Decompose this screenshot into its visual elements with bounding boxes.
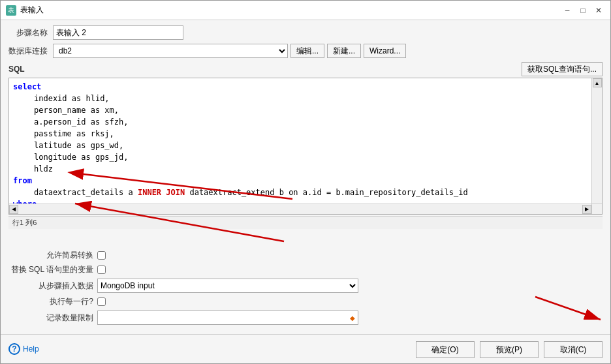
svg-line-1 [84, 174, 292, 199]
window-title: 表输入 [20, 5, 44, 16]
sql-line-8: hldz [34, 163, 588, 175]
bottom-bar: ? Help 确定(O) 预览(P) 取消(C) [1, 334, 610, 363]
new-button[interactable]: 新建... [327, 44, 361, 58]
help-icon: ? [8, 343, 20, 355]
main-content: 步骤名称 数据库连接 db2 编辑... 新建... Wizard... SQL… [1, 20, 610, 334]
execute-row-checkbox[interactable] [97, 297, 106, 306]
close-button[interactable]: ✕ [592, 4, 605, 17]
db-row: db2 编辑... 新建... Wizard... [53, 44, 406, 58]
replace-vars-row: 替换 SQL 语句里的变量 [8, 264, 603, 275]
sql-line-10: dataextract_details a INNER JOIN dataext… [34, 187, 588, 198]
window-icon: 表 [6, 5, 16, 16]
sql-section: SQL 获取SQL查询语句... select indexid as hlid,… [8, 62, 603, 243]
maximize-button[interactable]: □ [576, 4, 589, 17]
sql-line-1: select [13, 81, 588, 93]
record-limit-label: 记录数量限制 [8, 312, 93, 324]
insert-step-wrapper: MongoDB input [97, 279, 358, 293]
sql-scrollbar-vertical[interactable]: ▲ [591, 78, 602, 204]
confirm-button[interactable]: 确定(O) [416, 341, 475, 358]
step-name-input[interactable] [53, 25, 183, 40]
get-sql-button[interactable]: 获取SQL查询语句... [522, 62, 603, 76]
options-section: 允许简易转换 替换 SQL 语句里的变量 从步骤插入数据 MongoDB inp… [8, 246, 603, 329]
sql-line-4: a.person_id as sfzh, [34, 116, 588, 128]
arrow-overlay [9, 78, 602, 215]
title-bar-controls: – □ ✕ [561, 4, 605, 17]
scroll-up-arrow[interactable]: ▲ [593, 78, 602, 87]
scroll-left-arrow[interactable]: ◀ [9, 205, 18, 214]
scroll-corner [591, 204, 602, 214]
status-bar: 行1 列6 [8, 216, 603, 229]
db-label: 数据库连接 [8, 46, 48, 57]
preview-button[interactable]: 预览(P) [480, 341, 539, 358]
allow-convert-row: 允许简易转换 [8, 250, 603, 261]
db-select[interactable]: db2 [53, 44, 288, 58]
record-limit-input[interactable] [97, 311, 358, 325]
execute-row-row: 执行每一行? [8, 296, 603, 307]
title-bar-left: 表 表输入 [6, 5, 44, 16]
sql-line-9: from [13, 175, 588, 187]
bottom-buttons: 确定(O) 预览(P) 取消(C) [416, 337, 603, 361]
insert-step-row: 从步骤插入数据 MongoDB input [8, 279, 603, 293]
scroll-right-arrow[interactable]: ▶ [582, 205, 591, 214]
sql-line-2: indexid as hlid, [34, 93, 588, 104]
allow-convert-checkbox[interactable] [97, 251, 106, 260]
wizard-button[interactable]: Wizard... [364, 44, 406, 58]
record-limit-wrapper: ◆ [97, 311, 358, 325]
cancel-button[interactable]: 取消(C) [544, 341, 603, 358]
sql-line-5: passtime as rksj, [34, 128, 588, 140]
replace-vars-label: 替换 SQL 语句里的变量 [8, 264, 93, 275]
sql-editor-wrapper: select indexid as hlid, person_name as x… [8, 78, 603, 215]
edit-button[interactable]: 编辑... [290, 44, 324, 58]
sql-line-6: latitude as gps_wd, [34, 140, 588, 151]
record-limit-row: 记录数量限制 ◆ [8, 311, 603, 325]
execute-row-label: 执行每一行? [8, 296, 93, 307]
insert-step-select[interactable]: MongoDB input [97, 279, 358, 293]
db-connection-row: 数据库连接 db2 编辑... 新建... Wizard... [8, 44, 603, 58]
allow-convert-label: 允许简易转换 [8, 250, 93, 261]
step-name-label: 步骤名称 [8, 27, 48, 38]
sql-line-7: longitude as gps_jd, [34, 151, 588, 163]
sql-display: select indexid as hlid, person_name as x… [9, 78, 591, 204]
minimize-button[interactable]: – [561, 4, 574, 17]
help-label: Help [23, 344, 39, 354]
help-button[interactable]: ? Help [8, 343, 39, 355]
replace-vars-checkbox[interactable] [97, 265, 106, 274]
step-name-row: 步骤名称 [8, 25, 603, 40]
sql-scrollbar-horizontal[interactable]: ◀ ▶ [9, 204, 591, 214]
title-bar: 表 表输入 – □ ✕ [1, 1, 610, 20]
sql-label: SQL [8, 65, 25, 74]
main-window: 表 表输入 – □ ✕ 步骤名称 数据库连接 db2 编辑... 新建... W… [0, 0, 611, 364]
sql-line-11: where [13, 198, 588, 204]
sql-line-3: person_name as xm, [34, 104, 588, 116]
record-limit-icon: ◆ [348, 313, 357, 322]
sql-label-row: SQL 获取SQL查询语句... [8, 62, 603, 76]
insert-step-label: 从步骤插入数据 [8, 281, 93, 292]
